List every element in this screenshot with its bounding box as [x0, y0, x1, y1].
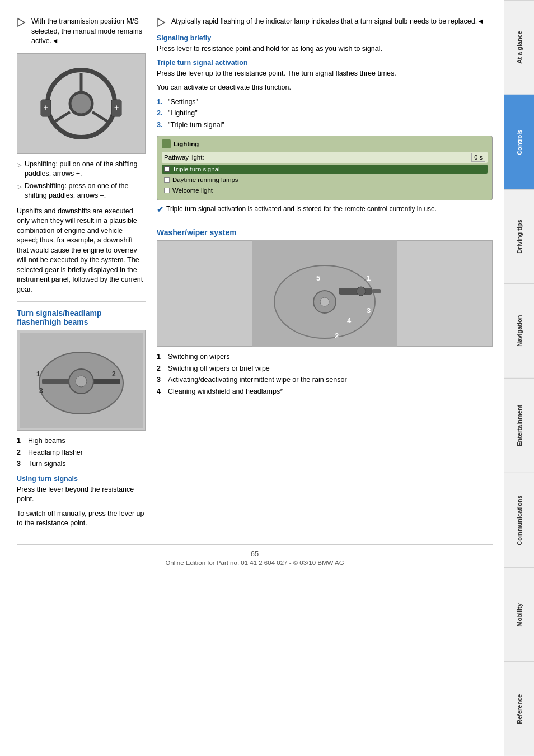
wiper-item-3: 3 Activating/deactivating intermittent w… — [157, 375, 493, 385]
svg-text:1: 1 — [36, 370, 40, 378]
pathway-light-value: 0 s — [471, 153, 485, 162]
svg-text:+: + — [44, 103, 48, 112]
checkmark-icon: ✔ — [157, 205, 163, 214]
sidebar-tab-at-a-glance[interactable]: At a glance — [504, 0, 534, 95]
step-3: 3. "Triple turn signal" — [157, 120, 493, 130]
svg-text:3: 3 — [39, 387, 43, 395]
svg-point-19 — [76, 376, 87, 387]
step-1: 1. "Settings" — [157, 97, 493, 108]
bullet-arrow-2: ▷ — [17, 183, 21, 191]
shifting-bullet-list: ▷ Upshifting: pull on one of the shiftin… — [17, 160, 146, 201]
triangle-icon-2 — [157, 17, 167, 27]
svg-text:3: 3 — [367, 306, 371, 315]
svg-rect-23 — [339, 288, 372, 295]
daytime-checkbox — [164, 177, 170, 183]
lighting-menu: Lighting Pathway light: 0 s Triple turn … — [157, 136, 493, 200]
welcome-light-row: Welcome light — [162, 186, 488, 195]
sidebar-tab-reference[interactable]: Reference — [504, 661, 534, 756]
wiper-item-2: 2 Switching off wipers or brief wipe — [157, 364, 493, 374]
turn-signals-heading: Turn signals/headlamp flasher/high beams — [17, 309, 146, 326]
activation-note-text: Triple turn signal activation is activat… — [166, 205, 437, 213]
signaling-para: Press lever to resistance point and hold… — [157, 44, 493, 54]
lighting-menu-icon — [162, 139, 171, 148]
pathway-light-label: Pathway light: — [164, 154, 204, 161]
bullet-upshift: ▷ Upshifting: pull on one of the shiftin… — [17, 160, 146, 179]
triple-turn-checkbox — [164, 166, 170, 172]
triple-turn-label: Triple turn signal — [172, 166, 220, 172]
svg-marker-20 — [158, 18, 165, 26]
svg-point-3 — [70, 92, 92, 115]
triple-steps-list: 1. "Settings" 2. "Lighting" 3. "Triple t… — [157, 97, 493, 130]
welcome-checkbox — [164, 188, 170, 193]
wiper-item-1: 1 Switching on wipers — [157, 352, 493, 362]
sidebar-tab-mobility[interactable]: Mobility — [504, 567, 534, 662]
svg-point-32 — [320, 297, 329, 306]
daytime-running-row: Daytime running lamps — [162, 175, 488, 184]
page-footer: 65 Online Edition for Part no. 01 41 2 6… — [17, 544, 493, 566]
svg-rect-30 — [372, 289, 381, 293]
headlamp-image: 1 2 3 — [17, 330, 146, 431]
sidebar-tab-entertainment[interactable]: Entertainment — [504, 378, 534, 473]
divider-1 — [17, 301, 146, 302]
notice-bulb-text: Atypically rapid flashing of the indicat… — [171, 17, 484, 27]
svg-text:5: 5 — [316, 274, 320, 282]
beam-item-2: 2 Headlamp flasher — [17, 448, 146, 458]
svg-marker-0 — [18, 18, 25, 26]
using-turn-para1: Press the lever beyond the resistance po… — [17, 485, 146, 505]
daytime-label: Daytime running lamps — [172, 176, 238, 183]
bullet-arrow-1: ▷ — [17, 161, 21, 169]
beam-item-3: 3 Turn signals — [17, 459, 146, 469]
svg-text:+: + — [114, 103, 119, 112]
sidebar-tab-communications[interactable]: Communications — [504, 473, 534, 567]
notice-bulb-replacement: Atypically rapid flashing of the indicat… — [157, 17, 493, 27]
notice-manual-mode-text: With the transmission position M/S selec… — [31, 17, 146, 46]
copyright-text: Online Edition for Part no. 01 41 2 604 … — [17, 559, 493, 566]
triple-turn-heading: Triple turn signal activation — [157, 59, 493, 67]
steering-wheel-image: + + — [17, 53, 146, 154]
sidebar-tab-driving-tips[interactable]: Driving tips — [504, 189, 534, 284]
sidebar-tab-navigation[interactable]: Navigation — [504, 283, 534, 378]
triangle-icon-1 — [17, 17, 27, 27]
sidebar-tab-controls[interactable]: Controls — [504, 95, 534, 189]
pathway-light-row: Pathway light: 0 s — [162, 152, 488, 163]
svg-text:2: 2 — [112, 370, 116, 378]
signaling-briefly-heading: Signaling briefly — [157, 34, 493, 42]
lighting-menu-header: Lighting — [162, 139, 488, 148]
wiper-item-4: 4 Cleaning windshield and headlamps* — [157, 387, 493, 397]
right-sidebar: At a glance Controls Driving tips Naviga… — [504, 0, 534, 756]
page-number: 65 — [17, 549, 493, 558]
svg-text:2: 2 — [335, 332, 339, 340]
wiper-image: 1 2 3 4 5 — [157, 240, 493, 347]
notice-manual-mode: With the transmission position M/S selec… — [17, 17, 146, 46]
svg-rect-13 — [42, 379, 73, 384]
triple-para1: Press the lever up to the resistance poi… — [157, 69, 493, 79]
beam-item-1: 1 High beams — [17, 436, 146, 446]
triple-turn-signal-row: Triple turn signal — [162, 165, 488, 174]
welcome-label: Welcome light — [172, 187, 213, 194]
triple-para2: You can activate or deactivate this func… — [157, 83, 493, 93]
svg-rect-14 — [90, 379, 120, 384]
bullet-downshift: ▷ Downshifting: press on one of the shif… — [17, 181, 146, 201]
using-turn-signals-heading: Using turn signals — [17, 475, 146, 483]
svg-point-29 — [357, 287, 366, 296]
svg-text:4: 4 — [347, 316, 352, 325]
svg-text:1: 1 — [367, 274, 371, 282]
washer-wiper-heading: Washer/wiper system — [157, 228, 493, 237]
beams-numbered-list: 1 High beams 2 Headlamp flasher 3 Turn s… — [17, 436, 146, 469]
activation-note: ✔ Triple turn signal activation is activ… — [157, 205, 493, 214]
step-2: 2. "Lighting" — [157, 109, 493, 119]
using-turn-para2: To switch off manually, press the lever … — [17, 509, 146, 529]
wiper-list: 1 Switching on wipers 2 Switching off wi… — [157, 352, 493, 396]
upshift-downshift-body: Upshifts and downshifts are executed onl… — [17, 207, 146, 295]
divider-2 — [157, 221, 493, 221]
lighting-menu-title: Lighting — [174, 141, 199, 147]
